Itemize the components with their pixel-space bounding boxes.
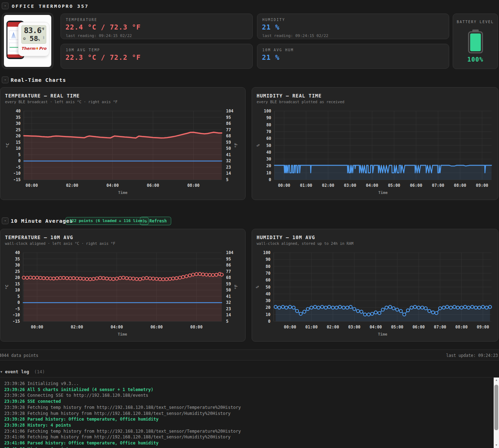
- humidity-value: 21 %: [262, 23, 280, 31]
- svg-text:25: 25: [16, 127, 21, 132]
- svg-text:41: 41: [226, 294, 231, 299]
- thermometer-device-image: 83.6°F ☺ 58% ᛒ Therm♦Pro: [18, 22, 49, 56]
- svg-text:5: 5: [226, 319, 229, 324]
- humidity-last-reading: last reading: 09:24:15 02/22: [262, 33, 328, 38]
- svg-text:40: 40: [266, 291, 270, 296]
- svg-text:03:00: 03:00: [348, 325, 361, 330]
- svg-text:09:00: 09:00: [476, 183, 488, 188]
- event-log-scrollbar[interactable]: ▲ ▼: [494, 378, 499, 448]
- svg-text:07:00: 07:00: [434, 325, 446, 330]
- svg-text:68: 68: [226, 133, 231, 138]
- temp-avg-chart-card: TEMPERATURE — 10M AVG wall-clock aligned…: [0, 229, 246, 342]
- humidity-card: HUMIDITY 21 % last reading: 09:24:15 02/…: [257, 14, 449, 39]
- svg-text:40: 40: [16, 109, 21, 114]
- svg-text:06:00: 06:00: [147, 183, 159, 188]
- chevron-down-icon[interactable]: ▼: [0, 370, 2, 374]
- device-photo-card: 83.6°F ☺ 58% ᛒ Therm♦Pro: [2, 13, 53, 69]
- svg-text:90: 90: [266, 257, 270, 262]
- svg-text:-10: -10: [13, 171, 21, 176]
- svg-text:30: 30: [266, 298, 270, 303]
- svg-text:-5: -5: [15, 306, 20, 311]
- svg-text:35: 35: [16, 115, 21, 120]
- hum-avg-chart: 100908070605040302010000:0001:0002:0003:…: [252, 229, 498, 342]
- temperature-card: TEMPERATURE 22.4 °C / 72.3 °F last readi…: [61, 14, 253, 39]
- temp-realtime-chart: 4035302520151050-5-10-151049586776859504…: [0, 88, 246, 200]
- svg-text:95: 95: [226, 257, 231, 262]
- svg-text:01:00: 01:00: [300, 183, 312, 188]
- svg-text:08:00: 08:00: [190, 325, 203, 330]
- svg-text:30: 30: [16, 121, 21, 126]
- svg-text:32: 32: [226, 300, 231, 305]
- avg-temp-label: 10M AVG TEMP: [66, 48, 100, 52]
- svg-text:Time: Time: [118, 332, 127, 337]
- points-count-badge: 122 points (6 loaded + 116 live): [65, 217, 149, 225]
- svg-text:104: 104: [226, 250, 233, 255]
- svg-text:77: 77: [226, 127, 231, 132]
- svg-text:68: 68: [226, 275, 231, 280]
- log-entry: 23:39:28 Fetching hum history from http:…: [4, 411, 492, 417]
- scroll-down-icon[interactable]: ▼: [494, 443, 499, 448]
- event-log-header[interactable]: ▼ event log (14): [0, 368, 499, 376]
- log-entry: 23:39:26 Connecting SSE to http://192.16…: [4, 392, 492, 399]
- device-photo: 83.6°F ☺ 58% ᛒ Therm♦Pro: [4, 15, 51, 67]
- collapse-realtime-button[interactable]: -: [2, 77, 9, 83]
- log-entry: 23:39:28 History: 4 points: [4, 422, 492, 428]
- collapse-overview-button[interactable]: -: [2, 2, 9, 9]
- svg-text:80: 80: [266, 264, 270, 269]
- log-entry: 23:41:06 Fetching temp history from http…: [4, 428, 492, 434]
- svg-text:20: 20: [16, 133, 21, 138]
- svg-text:32: 32: [226, 158, 231, 163]
- svg-text:50: 50: [266, 285, 270, 290]
- svg-text:00:00: 00:00: [26, 183, 38, 188]
- svg-text:06:00: 06:00: [410, 183, 422, 188]
- bluetooth-icon: ᛒ: [43, 36, 45, 39]
- svg-text:23: 23: [226, 165, 231, 170]
- svg-text:06:00: 06:00: [151, 325, 163, 330]
- event-log-title: event log: [5, 369, 29, 374]
- svg-text:30: 30: [15, 263, 20, 268]
- svg-text:10: 10: [16, 146, 21, 151]
- svg-text:°F: °F: [234, 143, 238, 148]
- temperature-last-reading: last reading: 09:24:15 02/22: [66, 33, 132, 38]
- svg-text:0: 0: [17, 300, 20, 305]
- svg-text:-5: -5: [16, 165, 21, 170]
- svg-text:Time: Time: [378, 332, 388, 337]
- log-entry: 23:39:28 Parsed history: Office temperat…: [4, 416, 492, 422]
- svg-text:00:00: 00:00: [31, 325, 43, 330]
- svg-text:60: 60: [266, 278, 270, 283]
- refresh-button[interactable]: ↻ Refresh: [140, 217, 171, 225]
- svg-text:04:00: 04:00: [366, 183, 378, 188]
- svg-text:20: 20: [266, 163, 271, 168]
- svg-text:04:00: 04:00: [106, 183, 119, 188]
- event-log-panel: 23:39:26 Initializing v9.3...23:39:26 Al…: [0, 377, 499, 448]
- svg-text:14: 14: [226, 171, 231, 176]
- svg-text:05:00: 05:00: [391, 325, 404, 330]
- svg-text:30: 30: [266, 157, 271, 162]
- log-entry: 23:39:26 Initializing v9.3...: [4, 381, 492, 387]
- svg-text:100: 100: [264, 109, 271, 114]
- svg-text:60: 60: [266, 136, 271, 141]
- svg-text:02:00: 02:00: [66, 183, 78, 188]
- svg-text:35: 35: [15, 257, 20, 262]
- scroll-up-icon[interactable]: ▲: [494, 378, 499, 383]
- svg-text:-15: -15: [13, 177, 21, 182]
- svg-text:Time: Time: [378, 190, 388, 195]
- thermopro-logo: Therm♦Pro: [19, 46, 49, 51]
- log-entry: 23:39:26 SSE connected: [4, 399, 492, 405]
- svg-text:°C: °C: [5, 285, 9, 289]
- event-log-list: 23:39:26 Initializing v9.3...23:39:26 Al…: [4, 381, 492, 448]
- svg-text:77: 77: [226, 269, 231, 274]
- svg-text:5: 5: [226, 177, 229, 182]
- collapse-averages-button[interactable]: -: [2, 217, 9, 224]
- temp-avg-chart: 4035302520151050-5-10-151049586776859504…: [0, 229, 246, 342]
- svg-text:15: 15: [16, 140, 21, 145]
- svg-text:%: %: [255, 286, 260, 288]
- svg-text:0: 0: [268, 319, 270, 324]
- svg-text:80: 80: [266, 122, 271, 127]
- svg-text:02:00: 02:00: [71, 325, 83, 330]
- scrollbar-thumb[interactable]: [494, 385, 498, 430]
- avg-hum-card: 10M AVG HUM 21 %: [257, 44, 449, 69]
- battery-value: 100%: [453, 56, 498, 63]
- svg-text:03:00: 03:00: [344, 183, 356, 188]
- svg-text:10: 10: [15, 288, 20, 292]
